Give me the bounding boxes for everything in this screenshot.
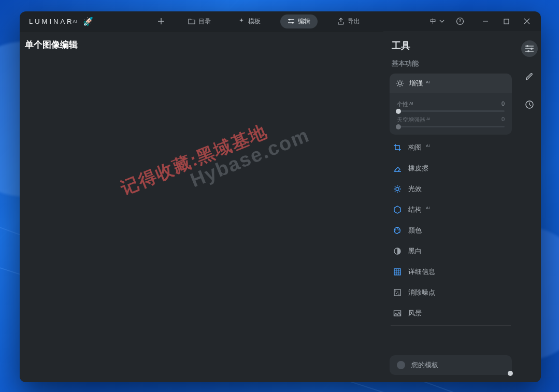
help-icon <box>456 17 464 25</box>
slider-personality-track[interactable] <box>397 110 505 112</box>
tool-item-sun[interactable]: 光效 <box>390 179 512 199</box>
canvas-title: 单个图像编辑 <box>25 39 78 51</box>
ai-badge-small: AI <box>409 101 413 106</box>
section-basic: 基本功能 <box>392 59 512 68</box>
tool-item-bw[interactable]: 黑白 <box>390 241 512 261</box>
add-button[interactable] <box>154 14 168 28</box>
svg-point-14 <box>396 293 397 294</box>
tool-item-label: 风景 <box>408 309 422 318</box>
enhance-icon <box>396 79 404 88</box>
svg-rect-10 <box>394 269 400 275</box>
nav-edit-label: 编辑 <box>298 17 310 26</box>
slider-sky-track[interactable] <box>397 126 505 127</box>
tool-item-label: 黑白 <box>408 246 422 256</box>
svg-point-6 <box>395 229 396 230</box>
denoise-icon <box>393 288 402 297</box>
hex-icon <box>393 205 402 214</box>
slider-thumb[interactable] <box>396 124 401 129</box>
tool-item-eraser[interactable]: 橡皮擦 <box>390 158 512 178</box>
svg-point-5 <box>396 187 399 191</box>
sliders-icon <box>288 18 295 25</box>
titlebar: LUMINAR AI 🚀 目录 模板 <box>20 11 541 31</box>
palette-icon <box>393 226 402 235</box>
sparkle-icon <box>238 18 245 25</box>
app-suffix: AI <box>73 19 78 24</box>
help-button[interactable] <box>456 17 464 25</box>
svg-point-4 <box>398 82 402 85</box>
app-name: LUMINAR <box>29 18 74 25</box>
enhance-body: 个性AI 0 天空增强器AI 0 <box>390 93 512 135</box>
titlebar-center: 目录 模板 编辑 导出 <box>95 14 426 28</box>
rail-brush-button[interactable] <box>521 68 538 85</box>
brush-icon <box>525 72 534 81</box>
divider <box>391 325 511 326</box>
slider-personality-label: 个性 <box>397 101 408 107</box>
template-bar[interactable]: 您的模板 <box>390 355 512 375</box>
tools-panel: 工具 基本功能 增强 AI 个性AI 0 <box>383 31 518 382</box>
template-thumb-icon <box>397 361 405 369</box>
tool-item-label: 橡皮擦 <box>408 164 428 173</box>
canvas-area[interactable]: 单个图像编辑 记得收藏:黑域基地 Hybase.com <box>20 31 383 382</box>
rocket-icon: 🚀 <box>83 17 95 26</box>
svg-point-18 <box>531 48 533 50</box>
tool-item-hex[interactable]: 结构AI <box>390 200 512 220</box>
tool-item-grid[interactable]: 详细信息 <box>390 262 512 282</box>
slider-thumb[interactable] <box>396 109 401 114</box>
svg-point-19 <box>527 50 529 52</box>
nav-catalog-label: 目录 <box>198 17 211 26</box>
tool-item-label: 结构 <box>408 205 422 214</box>
ai-badge-small: AI <box>426 143 430 148</box>
nav-export[interactable]: 导出 <box>330 14 367 28</box>
tool-item-label: 消除噪点 <box>408 288 435 297</box>
slider-personality-label-row: 个性AI 0 <box>397 100 505 108</box>
tool-item-palette[interactable]: 颜色 <box>390 221 512 240</box>
nav-catalog[interactable]: 目录 <box>181 14 218 28</box>
app-window: LUMINAR AI 🚀 目录 模板 <box>20 11 541 382</box>
language-label: 中 <box>430 17 436 26</box>
enhance-card: 增强 AI 个性AI 0 天空增强器AI 0 <box>390 74 512 135</box>
slider-sky-enhancer[interactable]: 天空增强器AI 0 <box>397 116 505 127</box>
svg-point-7 <box>397 228 398 229</box>
nav-templates[interactable]: 模板 <box>231 14 268 28</box>
svg-point-12 <box>395 291 396 292</box>
tool-item-label: 颜色 <box>408 226 422 235</box>
slider-sky-value: 0 <box>501 116 505 124</box>
close-button[interactable] <box>517 13 537 29</box>
tool-item-denoise[interactable]: 消除噪点 <box>390 283 512 302</box>
landscape-icon <box>393 309 402 318</box>
window-body: 单个图像编辑 记得收藏:黑域基地 Hybase.com 工具 基本功能 增强 A… <box>20 31 541 382</box>
svg-rect-11 <box>394 289 400 296</box>
bw-icon <box>393 246 402 256</box>
tool-item-label: 光效 <box>408 184 422 194</box>
tool-item-landscape[interactable]: 风景 <box>390 303 512 323</box>
svg-point-0 <box>289 19 291 21</box>
grid-icon <box>393 267 402 277</box>
chevron-down-icon <box>439 20 445 23</box>
app-logo: LUMINAR AI 🚀 <box>29 17 95 26</box>
language-selector[interactable]: 中 <box>426 15 449 28</box>
tool-item-label: 详细信息 <box>408 267 435 277</box>
eraser-icon <box>393 164 402 173</box>
slider-sky-label-row: 天空增强器AI 0 <box>397 116 505 124</box>
nav-edit[interactable]: 编辑 <box>280 14 318 28</box>
rail-history-button[interactable] <box>521 96 538 113</box>
ai-badge-small: AI <box>426 206 430 210</box>
tool-item-crop[interactable]: 构图AI <box>390 138 512 157</box>
template-knob[interactable] <box>508 371 513 376</box>
enhance-label: 增强 <box>409 79 423 88</box>
rail-adjust-button[interactable] <box>521 40 538 57</box>
minimize-button[interactable] <box>476 13 495 29</box>
tool-item-label: 构图 <box>408 143 422 152</box>
slider-personality-value: 0 <box>501 100 505 108</box>
enhance-header[interactable]: 增强 AI <box>390 74 512 93</box>
slider-sky-label: 天空增强器 <box>397 117 425 123</box>
nav-templates-label: 模板 <box>248 17 261 26</box>
ai-badge: AI <box>426 80 430 84</box>
slider-personality[interactable]: 个性AI 0 <box>397 100 505 112</box>
maximize-button[interactable] <box>496 13 516 29</box>
main-nav: 目录 模板 编辑 导出 <box>181 14 367 28</box>
svg-point-17 <box>526 45 528 47</box>
crop-icon <box>393 143 402 152</box>
history-icon <box>525 100 534 109</box>
svg-point-15 <box>398 294 399 295</box>
